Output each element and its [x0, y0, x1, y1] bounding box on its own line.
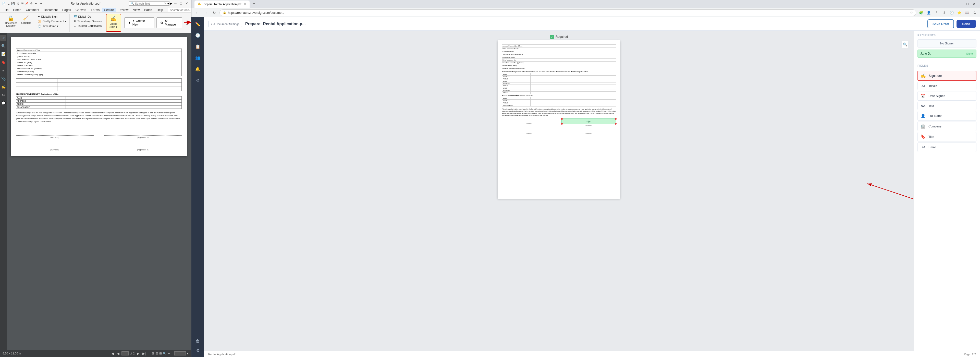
last-page-btn[interactable]: ▶| — [142, 351, 147, 356]
browser-settings-icon[interactable]: ⋮ — [933, 10, 940, 16]
no-signer-btn[interactable]: No Signer — [918, 39, 977, 48]
search-nav-next[interactable]: ▶ — [170, 2, 172, 5]
search-input[interactable] — [135, 2, 163, 5]
view-icon-1[interactable]: ⊞ — [152, 352, 154, 355]
menu-review[interactable]: Review — [116, 8, 130, 12]
view-icon-3[interactable]: ⊟ — [159, 352, 162, 355]
tools-search-input[interactable] — [168, 8, 191, 12]
timestamp-servers-btn[interactable]: 🖥 Timestamp Servers — [72, 19, 103, 23]
field-item-company[interactable]: 🏢 Company — [918, 121, 977, 131]
tags-icon[interactable]: 🏷 — [0, 92, 6, 98]
view-icon-2[interactable]: ▤ — [156, 352, 158, 355]
collections-icon[interactable]: 🗂 — [971, 10, 978, 16]
profile-icon[interactable]: 👤 — [925, 10, 932, 16]
es-users-icon[interactable]: 👥 — [193, 53, 202, 62]
field-item-text[interactable]: AA Text — [918, 102, 977, 110]
es-gear-icon[interactable]: ⚙ — [193, 346, 202, 355]
back-btn[interactable]: ← — [193, 9, 200, 16]
document-area[interactable]: 🔍 ✓ Required — [204, 31, 914, 351]
refresh-btn[interactable]: ↻ — [211, 9, 218, 16]
current-page-input[interactable]: 2 — [121, 351, 129, 355]
field-item-title[interactable]: 🔖 Title — [918, 132, 977, 142]
field-item-date-signed[interactable]: 📅 Date Signed — [918, 91, 977, 100]
menu-help[interactable]: Help — [155, 8, 165, 12]
pdf-scroll-area[interactable]: Account Number(s) and Type Other Income … — [6, 33, 191, 350]
document-security-btn[interactable]: 🔒 DocumentSecurity — [3, 14, 18, 28]
zoom-input[interactable]: 150% — [174, 351, 186, 355]
field-item-initials[interactable]: Ał Initials — [918, 82, 977, 90]
first-page-btn[interactable]: |◀ — [110, 351, 115, 356]
next-page-btn[interactable]: ▶ — [136, 351, 140, 356]
forward-btn[interactable]: → — [202, 9, 209, 16]
es-trash-icon[interactable]: 🗑 — [193, 336, 202, 346]
field-item-email[interactable]: ✉ Email — [918, 142, 977, 152]
search-nav-prev[interactable]: ◀ — [167, 2, 169, 5]
signatures-icon[interactable]: ✍ — [0, 84, 6, 90]
es-filter-icon[interactable]: ⚙ — [193, 76, 202, 85]
digital-ids-btn[interactable]: 🪪 Digital IDs — [72, 14, 103, 19]
menu-forms[interactable]: Forms — [89, 8, 102, 12]
search-bar[interactable]: 🔍 ✕ ◀ ▶ — [129, 1, 169, 6]
minimize-btn[interactable]: ─ — [173, 1, 178, 6]
close-btn[interactable]: ✕ — [184, 1, 189, 6]
tab-close-btn[interactable]: ✕ — [244, 2, 247, 6]
field-item-full-name[interactable]: 👤 Full Name — [918, 111, 977, 121]
manage-btn[interactable]: ⚙ ⚙ Manage — [156, 18, 182, 28]
menu-convert[interactable]: Convert — [73, 8, 88, 12]
annotations-icon[interactable]: 📝 — [0, 51, 6, 57]
new-tab-btn[interactable]: + — [251, 0, 257, 7]
browser-close-btn[interactable]: ✕ — [971, 1, 977, 7]
prev-page-btn[interactable]: ◀ — [116, 351, 121, 356]
menu-view[interactable]: View — [131, 8, 142, 12]
maximize-btn[interactable]: □ — [179, 1, 183, 6]
document-settings-btn[interactable]: ‹ < Document Settings — [208, 21, 242, 27]
trusted-certs-btn[interactable]: 🛡 Trusted Certificates — [72, 24, 103, 28]
corner-handle-bl — [561, 123, 563, 124]
timestamp-btn[interactable]: 🕐 Timestamp ▾ — [36, 24, 68, 28]
menu-comment[interactable]: Comment — [24, 8, 41, 12]
menu-file[interactable]: File — [2, 8, 11, 12]
create-new-btn[interactable]: ✦ ✦ Create New — [124, 18, 154, 28]
browser-minimize-btn[interactable]: ─ — [958, 1, 964, 7]
es-copy-icon[interactable]: 📋 — [193, 42, 202, 51]
zoom-icon[interactable]: 🔍 — [0, 43, 6, 49]
comments-icon[interactable]: 💬 — [0, 100, 6, 106]
history-icon[interactable]: 🕐 — [948, 10, 955, 16]
zoom-in-btn[interactable]: 🔍 — [901, 41, 908, 48]
save-draft-btn[interactable]: Save Draft — [928, 19, 954, 28]
view-icon-4[interactable]: 🔍 — [163, 352, 167, 355]
menu-secure[interactable]: Secure — [102, 8, 116, 12]
send-btn[interactable]: Send — [956, 20, 976, 28]
xodo-sign-btn[interactable]: ✍️ XodoSign ▾ — [108, 15, 119, 29]
zoom-dropdown-icon[interactable]: ▾ — [187, 352, 188, 355]
certify-document-btn[interactable]: 📜 Certify Document ▾ — [36, 19, 68, 24]
digitally-sign-btn[interactable]: ✒ Digitally Sign — [36, 14, 68, 19]
menu-home[interactable]: Home — [11, 8, 23, 12]
layers-icon[interactable]: ≡ — [0, 67, 6, 73]
menu-document[interactable]: Document — [41, 8, 60, 12]
favorites-icon[interactable]: ⭐ — [956, 10, 963, 16]
es-bell-icon[interactable]: 🔔 — [193, 64, 202, 73]
view-icon-5[interactable]: ↩ — [168, 352, 170, 355]
bookmarks-icon[interactable]: 🔖 — [0, 59, 6, 65]
extensions-icon[interactable]: 🧩 — [918, 10, 924, 16]
field-item-signature[interactable]: ✍ Signature — [918, 71, 977, 81]
url-bar[interactable]: 🔒 https://reenacruz.eversign.com/docume.… — [220, 10, 916, 16]
required-checkbox[interactable]: ✓ — [550, 35, 554, 39]
zoom-control[interactable]: 🔍 — [901, 41, 908, 48]
signer-item[interactable]: Jane D. Signer — [918, 49, 977, 58]
clear-search-icon[interactable]: ✕ — [164, 2, 166, 5]
hand-tool-icon[interactable]: ☞ — [0, 35, 6, 41]
menu-pages[interactable]: Pages — [60, 8, 73, 12]
attachments-icon[interactable]: 📎 — [0, 76, 6, 82]
sanitize-btn[interactable]: 🧹 Sanitize — [19, 14, 32, 28]
es-clock-icon[interactable]: 🕐 — [193, 31, 202, 40]
es-edit-icon[interactable]: ✏️ — [193, 19, 202, 29]
url-star-icon[interactable]: ☆ — [910, 11, 913, 14]
menu-batch[interactable]: Batch — [142, 8, 154, 12]
browser-tab[interactable]: ✍ Prepare: Rental Application.pdf ✕ — [194, 0, 250, 8]
reading-icon[interactable]: 📖 — [964, 10, 970, 16]
download-icon[interactable]: ⬇ — [941, 10, 947, 16]
signature-field[interactable]: sign — [562, 118, 616, 124]
browser-maximize-btn[interactable]: □ — [965, 1, 970, 7]
